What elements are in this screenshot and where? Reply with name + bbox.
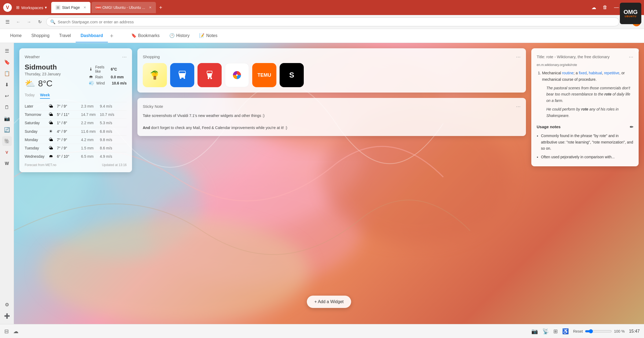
- dict-link-repetitive[interactable]: repetitive: [604, 71, 619, 75]
- weather-widget: Weather ··· Sidmouth Thursday, 23 Januar…: [19, 48, 132, 172]
- svg-rect-9: [153, 76, 156, 80]
- sidebar-icon-vivaldi[interactable]: V: [2, 148, 12, 157]
- reset-label[interactable]: Reset: [573, 329, 583, 333]
- tab-home[interactable]: Home: [5, 30, 27, 42]
- shopping-widget-header: Shopping ···: [143, 54, 521, 60]
- feels-like-label: Feels like: [95, 65, 109, 74]
- zoom-slider[interactable]: [585, 329, 612, 333]
- dict-link-routine[interactable]: routine: [562, 71, 574, 75]
- workspaces-button[interactable]: ⊞ Workspaces ▾: [14, 4, 49, 11]
- reload-button[interactable]: ↻: [35, 18, 44, 26]
- shopping-menu-button[interactable]: ···: [516, 54, 521, 60]
- sidebar-icon-history[interactable]: 📋: [2, 69, 12, 78]
- weather-city: Sidmouth: [25, 63, 61, 71]
- sidebar-icon-capture[interactable]: 📷: [2, 114, 12, 123]
- weather-tab-week[interactable]: Week: [40, 93, 50, 99]
- bottom-bar: ⊟ ☁ 📷 📡 ⊞ ♿ Reset 100 % 15:47: [0, 324, 644, 338]
- wind-icon: 💨: [89, 80, 94, 86]
- home-label: Home: [10, 33, 22, 38]
- toolbar: ☰ ← → ↻ 🔍 ↕ 🦊: [0, 15, 644, 29]
- svg-point-15: [208, 78, 209, 79]
- vivaldi-logo[interactable]: V: [3, 3, 12, 12]
- forecast-row: Wednesday 🌧 6° / 10° 6.5 mm 4.9 m/s: [25, 152, 127, 160]
- tab-notes[interactable]: 📝 Notes: [194, 29, 222, 42]
- zoom-control: Reset 100 %: [573, 329, 625, 333]
- tab-omg-close-icon[interactable]: ✕: [149, 6, 152, 9]
- dict-usage-note2: Often used pejoratively in comparison wi…: [541, 154, 633, 160]
- trash-icon[interactable]: 🗑: [601, 3, 610, 12]
- tab-bar: ⊞ Start Page ✕ OMG OMG! Ubuntu - Ubuntu …: [51, 2, 587, 13]
- tab-start-page[interactable]: ⊞ Start Page ✕: [51, 2, 90, 13]
- tab-omg[interactable]: OMG OMG! Ubuntu - Ubuntu ... ✕: [92, 2, 156, 13]
- wind-label: Wind: [96, 81, 110, 85]
- sidebar-icon-mastodon[interactable]: 🐘: [2, 136, 12, 146]
- tab-bookmarks[interactable]: 🔖 Bookmarks: [126, 29, 164, 42]
- tab-dashboard[interactable]: Dashboard: [76, 30, 108, 42]
- forward-button[interactable]: →: [25, 18, 33, 26]
- widgets-area: Weather ··· Sidmouth Thursday, 23 Januar…: [14, 43, 644, 324]
- address-input[interactable]: [58, 20, 615, 24]
- add-widget-button[interactable]: + Add a Widget: [307, 296, 351, 308]
- pinwheel-icon[interactable]: [225, 63, 249, 87]
- cloud-icon[interactable]: ☁: [589, 3, 598, 12]
- sticky-menu-button[interactable]: ···: [516, 103, 521, 109]
- sidebar-icon-addpanel[interactable]: ➕: [2, 311, 12, 321]
- weather-right: 🌡 Feels like 6°C 🌧 Rain 0.0 mm 💨: [89, 65, 127, 87]
- notes-label: Notes: [206, 33, 217, 38]
- dict-widget-header: Title: rote - Wiktionary, the free dicti…: [537, 54, 633, 60]
- sidebar-icon-bookmark[interactable]: 🔖: [2, 57, 12, 67]
- sidebar-toggle-button[interactable]: ☰: [3, 18, 12, 26]
- svg-point-18: [236, 74, 238, 76]
- time-display: 15:47: [629, 329, 640, 334]
- tab-shopping[interactable]: Shopping: [27, 30, 54, 42]
- tab-travel[interactable]: Travel: [54, 30, 76, 42]
- rain-icon: 🌧: [89, 75, 93, 79]
- sticky-widget-header: Sticky Note ···: [143, 103, 521, 109]
- address-bar[interactable]: 🔍: [46, 17, 619, 26]
- new-tab-button[interactable]: +: [157, 3, 164, 12]
- weather-tab-today[interactable]: Today: [25, 93, 35, 99]
- bookmarks-label: Bookmarks: [138, 33, 160, 38]
- wind-value: 10.6 m/s: [112, 81, 127, 85]
- google-shopping-icon[interactable]: [170, 63, 194, 87]
- sidebar-icon-notes2[interactable]: 🗒: [2, 102, 12, 112]
- sidebar: ☰ 🔖 📋 ⬇ ↩ 🗒 📷 🔄 🐘 V W ⚙ ➕: [0, 43, 14, 324]
- dictionary-widget: Title: rote - Wiktionary, the free dicti…: [531, 48, 639, 166]
- weather-menu-button[interactable]: ···: [122, 54, 127, 60]
- sticky-note-widget: Sticky Note ··· Take screenshots of Viva…: [137, 98, 526, 136]
- shopify-icon[interactable]: [197, 63, 222, 87]
- travel-label: Travel: [59, 33, 71, 38]
- history-label: History: [176, 33, 190, 38]
- sidebar-icon-panel[interactable]: ☰: [2, 46, 12, 56]
- accessibility-icon[interactable]: ♿: [562, 328, 569, 335]
- shein-icon[interactable]: S: [280, 63, 304, 87]
- screenshot-icon[interactable]: 📷: [531, 328, 538, 335]
- chevron-down-icon: ▾: [45, 5, 47, 10]
- status-bar-icon1[interactable]: ⊟: [4, 328, 9, 335]
- grocery-icon[interactable]: [143, 63, 167, 87]
- dict-menu-button[interactable]: ···: [629, 54, 633, 60]
- sidebar-icon-back[interactable]: ↩: [2, 91, 12, 101]
- shopping-widget: Shopping ···: [137, 48, 526, 93]
- sidebar-icon-history2[interactable]: 🔄: [2, 125, 12, 135]
- sidebar-icon-settings[interactable]: ⚙: [2, 300, 12, 310]
- dict-edit-icon[interactable]: ✏: [630, 123, 633, 131]
- add-tab-button[interactable]: +: [108, 32, 116, 39]
- page-background: ⚙ Weather ··· Sidmouth Thursday, 23 Janu…: [14, 43, 644, 324]
- dict-link-habitual[interactable]: habitual: [589, 71, 602, 75]
- notes-icon: 📝: [199, 33, 204, 38]
- sticky-title: Sticky Note: [143, 104, 163, 109]
- tab-close-icon[interactable]: ✕: [83, 6, 86, 9]
- back-button[interactable]: ←: [14, 18, 23, 26]
- sidebar-icon-download[interactable]: ⬇: [2, 80, 12, 90]
- navigation-tabs: Home Shopping Travel Dashboard + 🔖 Bookm…: [0, 29, 644, 43]
- pip-icon[interactable]: ⊞: [553, 328, 558, 335]
- tab-history[interactable]: 🕐 History: [164, 29, 195, 42]
- feed-icon[interactable]: 📡: [542, 328, 549, 335]
- dict-url: en.m.wiktionary.org/wiki/rote: [537, 63, 633, 67]
- forecast-source: Forecast from MET.no: [25, 163, 56, 167]
- dict-link-fixed[interactable]: fixed: [579, 71, 587, 75]
- status-bar-icon2[interactable]: ☁: [13, 328, 19, 335]
- temu-icon[interactable]: TEMU: [252, 63, 276, 87]
- sidebar-icon-wikipedia[interactable]: W: [2, 159, 12, 168]
